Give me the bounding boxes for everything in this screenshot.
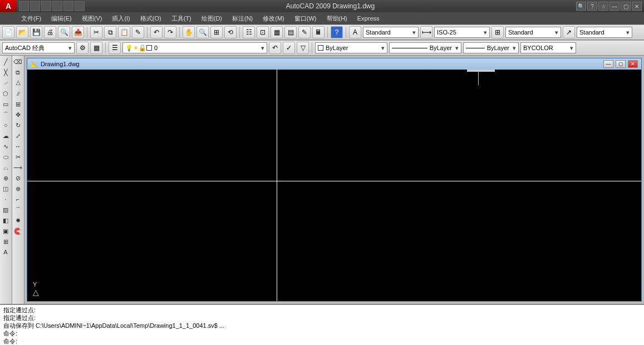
properties-icon[interactable]: ☷: [243, 26, 255, 38]
erase-icon[interactable]: ⌫: [12, 57, 23, 67]
design-center-icon[interactable]: ⊡: [257, 26, 269, 38]
undo-icon[interactable]: ↶: [150, 26, 163, 38]
doc-maximize-button[interactable]: ▢: [616, 60, 626, 68]
plotstyle-dropdown[interactable]: BYCOLOR: [520, 42, 576, 53]
ellipse-icon[interactable]: ⬭: [0, 152, 11, 162]
text-style-dropdown[interactable]: Standard: [363, 27, 419, 38]
hatch-icon[interactable]: ▨: [0, 205, 11, 215]
line-icon[interactable]: ╱: [0, 57, 11, 67]
offset-icon[interactable]: ⫽: [12, 88, 23, 98]
polygon-icon[interactable]: ⬠: [0, 88, 11, 98]
arc-icon[interactable]: ⌒: [0, 110, 11, 120]
open-icon[interactable]: [30, 1, 40, 11]
star-icon[interactable]: ☆: [598, 2, 608, 11]
workspace-save-icon[interactable]: ▦: [90, 42, 102, 54]
mleader-style-dropdown[interactable]: Standard: [577, 27, 632, 38]
sheet-set-icon[interactable]: ▤: [284, 26, 297, 38]
copy-icon[interactable]: ⧉: [104, 26, 116, 38]
gradient-icon[interactable]: ◧: [0, 215, 11, 225]
minimize-button[interactable]: —: [609, 2, 620, 11]
zoom-window-icon[interactable]: ⊞: [210, 26, 223, 38]
menu-insert[interactable]: 插入(I): [107, 13, 134, 24]
break-icon[interactable]: ⊘: [12, 173, 23, 183]
circle-icon[interactable]: ○: [0, 120, 11, 130]
mtext-icon[interactable]: A: [0, 247, 11, 257]
markup-icon[interactable]: ✎: [298, 26, 311, 38]
search-icon[interactable]: 🔍: [576, 2, 586, 11]
save-file-icon[interactable]: 💾: [30, 26, 42, 38]
insert-block-icon[interactable]: ⊕: [0, 173, 11, 183]
open-file-icon[interactable]: 📂: [16, 26, 28, 38]
table-icon[interactable]: ⊞: [0, 236, 11, 247]
paste-icon[interactable]: 📋: [118, 26, 130, 38]
text-style-icon[interactable]: A: [349, 26, 361, 38]
cut-icon[interactable]: ✂: [90, 26, 102, 38]
close-button[interactable]: ✕: [632, 2, 642, 11]
maximize-button[interactable]: ▢: [621, 2, 631, 11]
table-style-icon[interactable]: ⊞: [491, 26, 504, 38]
doc-close-button[interactable]: ✕: [628, 60, 638, 68]
layer-manager-icon[interactable]: ☰: [109, 42, 121, 54]
revcloud-icon[interactable]: ☁: [0, 131, 11, 141]
plot-icon[interactable]: 🖨: [44, 26, 56, 38]
layer-dropdown[interactable]: 💡 ☀ 🔓 0: [122, 42, 267, 53]
new-file-icon[interactable]: 📄: [2, 26, 14, 38]
make-block-icon[interactable]: ◫: [0, 184, 11, 194]
chamfer-icon[interactable]: ⌐: [12, 194, 23, 204]
preview-icon[interactable]: 🔍: [58, 26, 70, 38]
menu-window[interactable]: 窗口(W): [290, 13, 321, 24]
publish-icon[interactable]: 📤: [72, 26, 84, 38]
magnet-icon[interactable]: 🧲: [12, 226, 23, 236]
command-prompt[interactable]: 命令:: [3, 337, 641, 345]
doc-minimize-button[interactable]: —: [603, 60, 613, 68]
menu-tools[interactable]: 工具(T): [167, 13, 196, 24]
color-dropdown[interactable]: ByLayer: [315, 42, 387, 53]
dim-style-icon[interactable]: ⟼: [420, 26, 432, 38]
redo-icon[interactable]: ↷: [164, 26, 176, 38]
mleader-style-icon[interactable]: ↗: [563, 26, 575, 38]
calc-icon[interactable]: 🖩: [312, 26, 325, 38]
zoom-prev-icon[interactable]: ⟲: [224, 26, 237, 38]
lineweight-dropdown[interactable]: ByLayer: [389, 42, 461, 53]
workspace-settings-icon[interactable]: ⚙: [76, 42, 89, 54]
layer-prev-icon[interactable]: ↶: [269, 42, 281, 54]
menu-help[interactable]: 帮助(H): [322, 13, 352, 24]
workspace-dropdown[interactable]: AutoCAD 经典: [2, 42, 75, 53]
menu-view[interactable]: 视图(V): [77, 13, 107, 24]
menu-dim[interactable]: 标注(N): [228, 13, 257, 24]
scale-icon[interactable]: ⤢: [12, 131, 23, 141]
extend-icon[interactable]: ⟶: [12, 162, 23, 172]
dim-style-dropdown[interactable]: ISO-25: [434, 27, 490, 38]
command-window[interactable]: 指定通过点: 指定通过点: 自动保存到 C:\Users\ADMINI~1\Ap…: [0, 304, 644, 345]
point-icon[interactable]: ·: [0, 194, 11, 204]
menu-file[interactable]: 文件(F): [17, 13, 46, 24]
save-icon[interactable]: [41, 1, 51, 11]
layer-filter-icon[interactable]: ▽: [297, 42, 309, 54]
undo-icon[interactable]: [63, 1, 73, 11]
region-icon[interactable]: ▣: [0, 226, 11, 236]
rectangle-icon[interactable]: ▭: [0, 99, 11, 109]
spline-icon[interactable]: ∿: [0, 141, 11, 151]
xline-icon[interactable]: ╳: [0, 67, 11, 77]
help-icon[interactable]: ?: [587, 2, 597, 11]
menu-modify[interactable]: 修改(M): [258, 13, 289, 24]
polyline-icon[interactable]: ⟋: [0, 78, 11, 88]
redo-icon[interactable]: [75, 1, 85, 11]
fillet-icon[interactable]: ⌒: [12, 205, 23, 215]
explode-icon[interactable]: ✸: [12, 215, 23, 225]
match-icon[interactable]: ✎: [132, 26, 144, 38]
ellipse-arc-icon[interactable]: ⌓: [0, 162, 11, 172]
mirror-icon[interactable]: ⧊: [12, 78, 23, 88]
document-titlebar[interactable]: 📐 Drawing1.dwg — ▢ ✕: [27, 58, 641, 70]
help-icon[interactable]: ?: [331, 26, 343, 38]
table-style-dropdown[interactable]: Standard: [505, 27, 561, 38]
menu-express[interactable]: Express: [353, 14, 384, 23]
join-icon[interactable]: ⊕: [12, 184, 23, 194]
menu-format[interactable]: 格式(O): [136, 13, 166, 24]
copy-obj-icon[interactable]: ⧉: [12, 67, 23, 77]
layer-state-icon[interactable]: ✓: [283, 42, 295, 54]
linetype-dropdown[interactable]: ByLayer: [463, 42, 519, 53]
stretch-icon[interactable]: ↔: [12, 141, 23, 151]
trim-icon[interactable]: ✂: [12, 152, 23, 162]
drawing-canvas[interactable]: Y △: [27, 70, 641, 301]
